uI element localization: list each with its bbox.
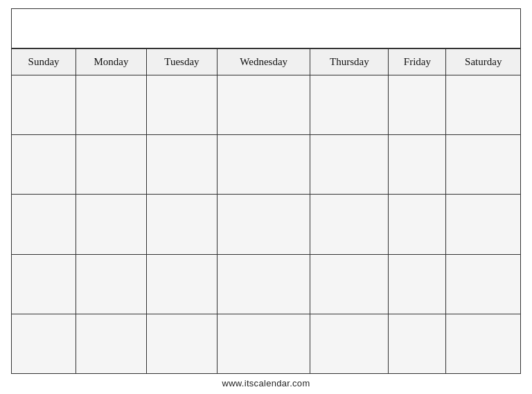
calendar-cell [310,135,389,195]
calendar-cell [76,254,147,314]
day-header-friday: Friday [389,49,446,75]
day-header-monday: Monday [76,49,147,75]
calendar-cell [76,135,147,195]
day-header-thursday: Thursday [310,49,389,75]
calendar-row [12,254,521,314]
calendar-cell [12,75,76,135]
calendar-cell [146,254,217,314]
day-header-tuesday: Tuesday [146,49,217,75]
day-header-sunday: Sunday [12,49,76,75]
calendar-cell [446,254,521,314]
calendar-row [12,75,521,135]
calendar-cell [446,75,521,135]
calendar-wrapper: Sunday Monday Tuesday Wednesday Thursday… [11,8,521,374]
calendar-cell [389,314,446,373]
calendar-cell [146,195,217,254]
day-header-saturday: Saturday [446,49,521,75]
calendar-cell [146,135,217,195]
calendar-cell [310,314,389,373]
calendar-title-row [11,8,521,48]
calendar-cell [446,135,521,195]
calendar-cell [389,135,446,195]
calendar-row [12,314,521,373]
calendar-cell [218,75,310,135]
calendar-cell [389,254,446,314]
calendar-cell [76,75,147,135]
calendar-cell [310,75,389,135]
calendar-row [12,195,521,254]
calendar-cell [12,254,76,314]
calendar-cell [12,135,76,195]
footer-url: www.itscalendar.com [222,378,310,388]
calendar-cell [446,314,521,373]
calendar-cell [12,195,76,254]
calendar-cell [389,75,446,135]
calendar-cell [218,254,310,314]
days-header-row: Sunday Monday Tuesday Wednesday Thursday… [12,49,521,75]
calendar-cell [76,314,147,373]
calendar-cell [218,135,310,195]
calendar-cell [310,254,389,314]
calendar-cell [218,314,310,373]
day-header-wednesday: Wednesday [218,49,310,75]
calendar-cell [146,75,217,135]
calendar-cell [76,195,147,254]
calendar-row [12,135,521,195]
calendar-cell [446,195,521,254]
calendar-grid: Sunday Monday Tuesday Wednesday Thursday… [11,48,521,374]
calendar-cell [310,195,389,254]
calendar-cell [218,195,310,254]
calendar-cell [12,314,76,373]
calendar-cell [146,314,217,373]
calendar-cell [389,195,446,254]
